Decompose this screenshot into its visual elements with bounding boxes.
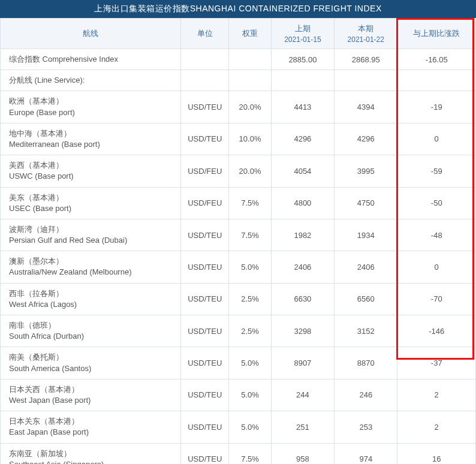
weight-cell: 20.0% (229, 91, 271, 123)
change-cell: -59 (397, 155, 476, 187)
route-cn: 日本关西（基本港） (9, 384, 177, 395)
prev-cell: 4054 (271, 155, 334, 187)
change-cell: 2 (397, 411, 476, 443)
change-cell: -48 (397, 219, 476, 251)
prev-cell: 4800 (271, 187, 334, 219)
header-change: 与上期比涨跌 (397, 19, 476, 49)
route-cell: 分航线 (Line Service): (1, 70, 181, 91)
header-curr-label: 本期 (358, 24, 373, 33)
table-row: 南美（桑托斯）South America (Santos)USD/TEU5.0%… (1, 347, 476, 379)
freight-index-table: 上海出口集装箱运价指数SHANGHAI CONTAINERIZED FREIGH… (0, 0, 476, 464)
table-row: 地中海（基本港）Mediterranean (Base port)USD/TEU… (1, 123, 476, 155)
curr-cell: 8870 (335, 347, 397, 379)
prev-cell: 958 (271, 443, 334, 464)
route-cn: 澳新（墨尔本） (9, 256, 177, 267)
unit-cell: USD/TEU (181, 219, 229, 251)
table-row: 日本关西（基本港）West Japan (Base port)USD/TEU5.… (1, 379, 476, 411)
change-cell: -146 (397, 315, 476, 347)
route-en: Southeast Asia (Singapore) (9, 459, 177, 464)
change-cell: 16 (397, 443, 476, 464)
prev-cell: 1982 (271, 219, 334, 251)
curr-cell: 253 (335, 411, 397, 443)
unit-cell: USD/TEU (181, 411, 229, 443)
route-cell: 南非（德班）South Africa (Durban) (1, 315, 181, 347)
weight-cell: 2.5% (229, 315, 271, 347)
table-row: 西非（拉各斯）West Africa (Lagos)USD/TEU2.5%663… (1, 283, 476, 315)
unit-cell: USD/TEU (181, 251, 229, 283)
curr-cell: 1934 (335, 219, 397, 251)
weight-cell: 10.0% (229, 123, 271, 155)
prev-cell (271, 70, 334, 91)
route-cn: 东南亚（新加坡） (9, 448, 177, 459)
table-row: 日本关东（基本港）East Japan (Base port)USD/TEU5.… (1, 411, 476, 443)
header-route: 航线 (1, 19, 181, 49)
weight-cell: 5.0% (229, 411, 271, 443)
route-cell: 澳新（墨尔本）Australia/New Zealand (Melbourne) (1, 251, 181, 283)
unit-cell: USD/TEU (181, 347, 229, 379)
header-prev-label: 上期 (295, 24, 311, 33)
unit-cell: USD/TEU (181, 379, 229, 411)
route-en: West Africa (Lagos) (9, 299, 177, 310)
route-cn: 分航线 (Line Service): (9, 75, 177, 86)
change-cell: 2 (397, 379, 476, 411)
prev-cell: 8907 (271, 347, 334, 379)
prev-cell: 6630 (271, 283, 334, 315)
curr-cell: 2868.95 (335, 49, 397, 70)
weight-cell: 2.5% (229, 283, 271, 315)
weight-cell: 20.0% (229, 155, 271, 187)
prev-cell: 2406 (271, 251, 334, 283)
curr-cell (335, 70, 397, 91)
route-cell: 日本关西（基本港）West Japan (Base port) (1, 379, 181, 411)
weight-cell (229, 70, 271, 91)
route-cell: 东南亚（新加坡）Southeast Asia (Singapore) (1, 443, 181, 464)
header-row: 航线 单位 权重 上期 2021-01-15 本期 2021-01-22 与上期… (1, 19, 476, 49)
table-row: 美西（基本港）USWC (Base port)USD/FEU20.0%40543… (1, 155, 476, 187)
route-cell: 波斯湾（迪拜）Persian Gulf and Red Sea (Dubai) (1, 219, 181, 251)
unit-cell: USD/TEU (181, 443, 229, 464)
unit-cell: USD/TEU (181, 283, 229, 315)
table-row: 综合指数 Comprehensive Index2885.002868.95-1… (1, 49, 476, 70)
weight-cell: 7.5% (229, 443, 271, 464)
route-en: South America (Santos) (9, 363, 177, 374)
route-cell: 南美（桑托斯）South America (Santos) (1, 347, 181, 379)
unit-cell: USD/TEU (181, 315, 229, 347)
route-cell: 日本关东（基本港）East Japan (Base port) (1, 411, 181, 443)
unit-cell (181, 70, 229, 91)
unit-cell: USD/TEU (181, 123, 229, 155)
change-cell: 0 (397, 123, 476, 155)
header-unit: 单位 (181, 19, 229, 49)
route-en: Persian Gulf and Red Sea (Dubai) (9, 235, 177, 246)
header-curr-date: 2021-01-22 (338, 35, 393, 44)
header-curr: 本期 2021-01-22 (335, 19, 397, 49)
data-table: 航线 单位 权重 上期 2021-01-15 本期 2021-01-22 与上期… (0, 18, 476, 464)
weight-cell: 5.0% (229, 379, 271, 411)
table-row: 南非（德班）South Africa (Durban)USD/TEU2.5%32… (1, 315, 476, 347)
route-cell: 美西（基本港）USWC (Base port) (1, 155, 181, 187)
curr-cell: 3152 (335, 315, 397, 347)
route-cn: 南非（德班） (9, 320, 177, 331)
route-cn: 美西（基本港） (9, 160, 177, 171)
table-body: 综合指数 Comprehensive Index2885.002868.95-1… (1, 49, 476, 465)
change-cell: -16.05 (397, 49, 476, 70)
curr-cell: 6560 (335, 283, 397, 315)
table-row: 分航线 (Line Service): (1, 70, 476, 91)
route-cn: 综合指数 Comprehensive Index (9, 54, 177, 65)
weight-cell: 7.5% (229, 219, 271, 251)
header-weight: 权重 (229, 19, 271, 49)
route-cell: 地中海（基本港）Mediterranean (Base port) (1, 123, 181, 155)
table-title: 上海出口集装箱运价指数SHANGHAI CONTAINERIZED FREIGH… (0, 0, 476, 18)
change-cell: -37 (397, 347, 476, 379)
prev-cell: 244 (271, 379, 334, 411)
change-cell: -70 (397, 283, 476, 315)
unit-cell: USD/TEU (181, 91, 229, 123)
curr-cell: 4750 (335, 187, 397, 219)
weight-cell (229, 49, 271, 70)
route-en: Mediterranean (Base port) (9, 139, 177, 150)
curr-cell: 4394 (335, 91, 397, 123)
weight-cell: 5.0% (229, 251, 271, 283)
prev-cell: 4296 (271, 123, 334, 155)
route-en: Europe (Base port) (9, 107, 177, 118)
route-en: South Africa (Durban) (9, 331, 177, 342)
route-en: East Japan (Base port) (9, 427, 177, 438)
curr-cell: 2406 (335, 251, 397, 283)
